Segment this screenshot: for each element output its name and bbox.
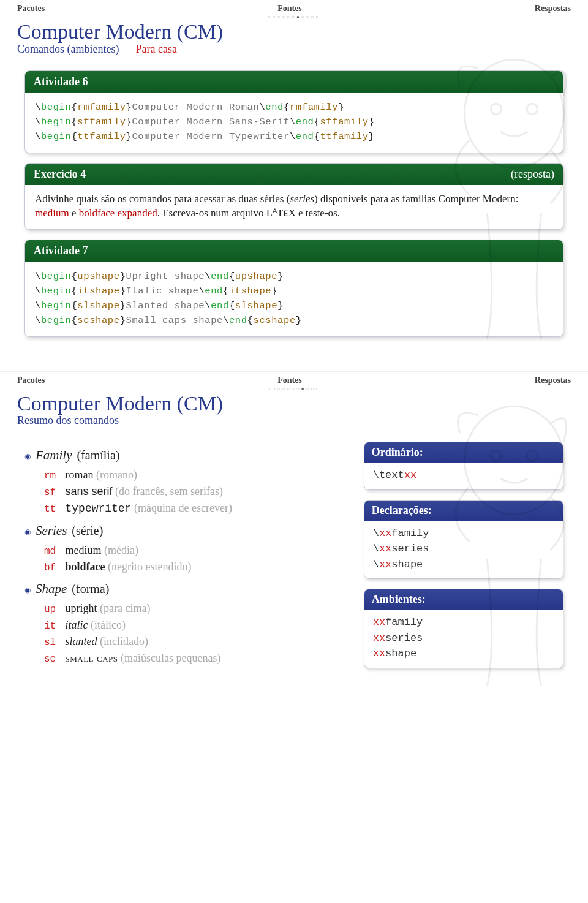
slide-2: Pacotes Fontes Respostas ○○○○○○○●○○○ Com… [0, 372, 588, 693]
box-header: Exercício 4 (resposta) [25, 164, 563, 185]
list-item: up upright (para cima) [44, 600, 347, 617]
list-item: sl slanted (inclidado) [44, 633, 347, 650]
slide-1: Pacotes Fontes Respostas ○○○○○○●○○○○ Com… [0, 0, 588, 372]
list-item: sc small caps (maiúsculas pequenas) [44, 650, 347, 667]
list-item: rm roman (romano) [44, 467, 347, 483]
slide-subtitle: Comandos (ambientes) — Para casa [0, 43, 588, 64]
nav-right[interactable]: Respostas [535, 376, 571, 385]
nav-left[interactable]: Pacotes [17, 4, 45, 13]
code-listing: \begin{rmfamily}Computer Modern Roman\en… [25, 93, 563, 153]
box-header: Atividade 6 [25, 71, 563, 93]
slide-title: Computer Modern (CM) [0, 21, 588, 43]
nav-bar: Pacotes Fontes Respostas [0, 376, 588, 387]
list-item: it italic (itálico) [44, 617, 347, 633]
group-header: ◉Series (série) [24, 523, 347, 538]
code-listing: \begin{upshape}Upright shape\end{upshape… [25, 262, 563, 336]
nav-center[interactable]: Fontes [277, 376, 302, 385]
exercise-4-box: Exercício 4 (resposta) Adivinhe quais sã… [24, 163, 564, 230]
list-item: tt typewriter (máquina de escrever) [44, 500, 347, 517]
exercise-text: Adivinhe quais são os comandos para aces… [25, 185, 563, 229]
box-header: Atividade 7 [25, 240, 563, 262]
slide-subtitle: Resumo dos comandos [0, 414, 588, 436]
nav-center[interactable]: Fontes [277, 4, 302, 13]
activity-7-box: Atividade 7 \begin{upshape}Upright shape… [24, 240, 564, 337]
list-item: sf sans serif (do francês, sem serifas) [44, 483, 347, 500]
nav-bar: Pacotes Fontes Respostas [0, 4, 588, 15]
list-item: md medium (média) [44, 542, 347, 559]
nav-left[interactable]: Pacotes [17, 376, 45, 385]
list-item: bf boldface (negrito estendido) [44, 559, 347, 575]
group-header: ◉Shape (forma) [24, 581, 347, 597]
command-boxes: Ordinário:\textxxDeclarações:\xxfamily\x… [364, 442, 564, 668]
activity-6-box: Atividade 6 \begin{rmfamily}Computer Mod… [24, 70, 564, 153]
summary-list: ◉Family (família)rm roman (romano)sf san… [24, 442, 347, 668]
group-header: ◉Family (família) [24, 448, 347, 463]
nav-right[interactable]: Respostas [535, 4, 571, 13]
command-summary-box: Ordinário:\textxx [364, 442, 564, 490]
command-summary-box: Ambientes:xxfamilyxxseriesxxshape [364, 589, 564, 668]
command-summary-box: Declarações:\xxfamily\xxseries\xxshape [364, 500, 564, 580]
slide-title: Computer Modern (CM) [0, 393, 588, 415]
